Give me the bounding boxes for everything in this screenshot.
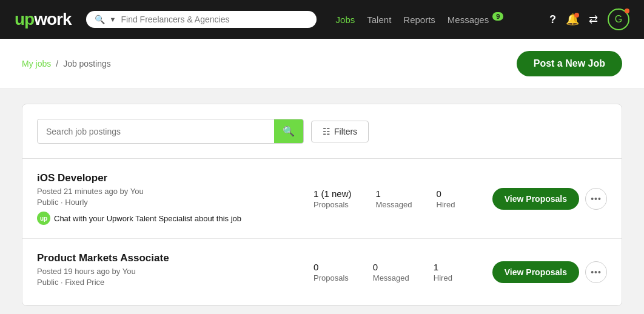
- job-meta: Posted 19 hours ago by You: [37, 267, 292, 276]
- chat-label: Chat with your Upwork Talent Specialist …: [54, 214, 241, 223]
- proposals-stat: 1 (1 new) Proposals: [314, 189, 352, 209]
- job-type: Public · Hourly: [37, 198, 292, 207]
- more-icon: •••: [591, 194, 602, 204]
- notification-dot: [574, 13, 579, 18]
- job-title: iOS Developer: [37, 172, 292, 184]
- filter-icon: ☷: [323, 127, 330, 136]
- search-jobs-input[interactable]: [38, 121, 274, 142]
- avatar-dot: [625, 8, 629, 13]
- logo[interactable]: upwork: [15, 10, 72, 29]
- hired-label: Hired: [434, 273, 452, 282]
- switch-account-icon[interactable]: ⇄: [589, 13, 598, 26]
- upwork-badge-icon: up: [37, 212, 50, 225]
- proposals-value: 1 (1 new): [314, 189, 352, 199]
- job-meta: Posted 21 minutes ago by You: [37, 187, 292, 196]
- messages-badge: 9: [492, 12, 503, 21]
- nav-search-bar[interactable]: 🔍 ▼: [86, 11, 317, 28]
- filters-button[interactable]: ☷ Filters: [311, 121, 369, 142]
- proposals-label: Proposals: [314, 273, 349, 282]
- job-row: Product Markets Associate Posted 19 hour…: [22, 239, 622, 306]
- view-proposals-button[interactable]: View Proposals: [492, 188, 579, 210]
- job-title: Product Markets Associate: [37, 252, 292, 264]
- messaged-label: Messaged: [376, 200, 412, 209]
- messaged-value: 0: [373, 262, 409, 272]
- jobs-card: 🔍 ☷ Filters iOS Developer Posted 21 minu…: [22, 104, 622, 306]
- notifications-wrapper: 🔔: [566, 13, 579, 26]
- search-input-wrap: 🔍: [37, 119, 304, 144]
- user-avatar[interactable]: G: [608, 8, 629, 30]
- breadcrumb-bar: My jobs / Job postings Post a New Job: [0, 39, 644, 89]
- job-info-ios-developer: iOS Developer Posted 21 minutes ago by Y…: [37, 172, 292, 225]
- help-icon[interactable]: ?: [549, 13, 556, 26]
- job-row: iOS Developer Posted 21 minutes ago by Y…: [22, 159, 622, 239]
- avatar-letter: G: [615, 14, 622, 25]
- search-submit-button[interactable]: 🔍: [274, 119, 303, 143]
- nav-link-jobs[interactable]: Jobs: [336, 15, 355, 25]
- proposals-value: 0: [314, 262, 349, 272]
- post-new-job-button[interactable]: Post a New Job: [517, 51, 622, 76]
- nav-link-messages[interactable]: Messages: [448, 15, 489, 25]
- search-row: 🔍 ☷ Filters: [22, 104, 622, 159]
- messaged-stat: 1 Messaged: [376, 189, 412, 209]
- navbar: upwork 🔍 ▼ Jobs Talent Reports Messages …: [0, 0, 644, 39]
- chat-upwork-widget[interactable]: up Chat with your Upwork Talent Speciali…: [37, 212, 292, 225]
- nav-search-dropdown-icon: ▼: [110, 16, 116, 23]
- nav-search-input[interactable]: [121, 15, 307, 24]
- breadcrumb-current: Job postings: [63, 59, 111, 68]
- view-proposals-button[interactable]: View Proposals: [492, 261, 579, 283]
- messaged-label: Messaged: [373, 273, 409, 282]
- search-submit-icon: 🔍: [283, 126, 295, 136]
- hired-stat: 0 Hired: [437, 189, 455, 209]
- breadcrumb: My jobs / Job postings: [22, 59, 111, 68]
- job-info-product-markets: Product Markets Associate Posted 19 hour…: [37, 252, 292, 292]
- nav-link-talent[interactable]: Talent: [367, 15, 391, 25]
- breadcrumb-my-jobs[interactable]: My jobs: [22, 59, 51, 68]
- nav-icons: ? 🔔 ⇄ G: [549, 8, 629, 30]
- job-type: Public · Fixed Price: [37, 278, 292, 287]
- nav-links: Jobs Talent Reports Messages 9: [336, 15, 504, 25]
- job-stats: 1 (1 new) Proposals 1 Messaged 0 Hired: [301, 189, 483, 209]
- main-content: 🔍 ☷ Filters iOS Developer Posted 21 minu…: [0, 89, 644, 314]
- more-options-button[interactable]: •••: [585, 188, 607, 210]
- more-icon: •••: [591, 267, 602, 277]
- proposals-label: Proposals: [314, 200, 352, 209]
- hired-value: 1: [434, 262, 452, 272]
- messaged-stat: 0 Messaged: [373, 262, 409, 282]
- breadcrumb-separator: /: [56, 59, 58, 68]
- messaged-value: 1: [376, 189, 412, 199]
- hired-stat: 1 Hired: [434, 262, 452, 282]
- filters-label: Filters: [334, 127, 357, 136]
- job-actions: View Proposals •••: [492, 261, 607, 283]
- more-options-button[interactable]: •••: [585, 261, 607, 283]
- job-stats: 0 Proposals 0 Messaged 1 Hired: [301, 262, 483, 282]
- proposals-stat: 0 Proposals: [314, 262, 349, 282]
- hired-label: Hired: [437, 200, 455, 209]
- nav-search-icon: 🔍: [95, 15, 105, 24]
- hired-value: 0: [437, 189, 455, 199]
- nav-link-reports[interactable]: Reports: [403, 15, 435, 25]
- job-actions: View Proposals •••: [492, 188, 607, 210]
